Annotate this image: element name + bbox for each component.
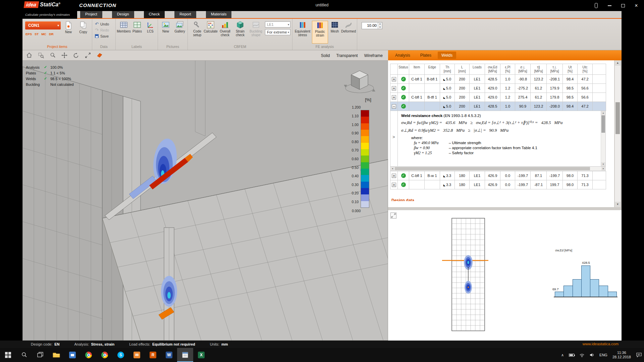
view-mode-transparent[interactable]: Transparent (336, 53, 358, 58)
lcs-labels-button[interactable]: LCS (144, 21, 157, 44)
results-scrollbar[interactable]: ▲ ▼ (615, 60, 621, 207)
expand-row-button[interactable]: + (392, 183, 396, 187)
minimize-button[interactable] (604, 1, 615, 10)
scroll-up-icon[interactable]: ▲ (615, 60, 621, 66)
results-tab-welds[interactable]: Welds (438, 52, 456, 59)
scroll-up-icon[interactable]: ▲ (601, 111, 605, 115)
speaker-icon[interactable] (590, 353, 594, 357)
mesh-button[interactable]: Mesh (329, 21, 341, 44)
save-button[interactable]: Save (95, 34, 109, 39)
extreme-combo[interactable]: For extreme▾ (265, 29, 290, 35)
weld-table-row[interactable]: +✓C-bfl 1B-tfl 1◣5.0200LE1429.01.2275.46… (390, 93, 606, 102)
floppy-app-icon[interactable] (64, 348, 80, 362)
pan-button[interactable] (59, 51, 69, 60)
scrollbar-thumb[interactable] (601, 115, 605, 133)
expand-row-button[interactable]: + (392, 86, 396, 90)
view-mode-solid[interactable]: Solid (321, 53, 330, 58)
action-center-icon[interactable] (636, 352, 642, 358)
expand-drawing-button[interactable] (390, 213, 396, 219)
weld-table-row[interactable]: +✓◣5.0200LE1429.01.2-275.261.2179.998.55… (390, 84, 606, 93)
overall-check-button[interactable]: Overall check (217, 21, 233, 44)
feedback-icon[interactable] (590, 1, 602, 10)
zoom-window-button[interactable] (36, 51, 46, 60)
3d-model-canvas[interactable] (22, 61, 388, 341)
ribbon-tab-check[interactable]: Check (144, 11, 165, 18)
new-project-item-button[interactable]: ✱ New (61, 21, 75, 44)
rotate-button[interactable] (71, 51, 81, 60)
gallery-button[interactable]: Gallery (173, 21, 187, 44)
scroll-right-icon[interactable]: ▸ (601, 167, 605, 171)
zoom-button[interactable] (48, 51, 58, 60)
chrome-icon-2[interactable] (97, 348, 113, 362)
analysis-mode-dr[interactable]: DR (49, 32, 54, 36)
taskbar-search-button[interactable] (16, 348, 32, 362)
deformed-scale-spinner[interactable]: 10.00 ▲ ▼ (362, 22, 382, 29)
scroll-down-icon[interactable]: ▼ (615, 202, 621, 207)
scroll-left-icon[interactable]: ◂ (390, 167, 394, 171)
strain-check-button[interactable]: Strain check (233, 21, 248, 44)
close-button[interactable]: × (631, 1, 642, 10)
analysis-mode-st[interactable]: ST (35, 32, 39, 36)
taskbar-clock[interactable]: 11:36 28.12.2018 (612, 351, 631, 359)
weld-table-row[interactable]: +✓◣3.3180LE1426.90.0-199.7-87.1199.798.0… (390, 180, 606, 189)
undo-button[interactable]: ↶Undo (95, 21, 109, 26)
weld-table-row[interactable]: +✓C-bfl 1B-w 1◣3.3180LE1426.90.0-199.787… (390, 171, 606, 180)
view-mode-wireframe[interactable]: Wireframe (364, 53, 383, 58)
detail-collapse-chevron-icon[interactable]: > (392, 134, 395, 139)
plastic-strain-button[interactable]: Plastic strain (312, 21, 328, 44)
project-item-selector[interactable]: CON1 ▾ (25, 21, 61, 29)
weld-table-row[interactable]: +✓C-bfl 1B-bfl 1◣5.0200LE1428.51.0-90.81… (390, 75, 606, 84)
deformed-button[interactable]: Deformed (341, 21, 356, 44)
spin-up-icon[interactable]: ▲ (378, 22, 382, 26)
code-setup-button[interactable]: Code setup (190, 21, 205, 44)
language-indicator[interactable]: ENG (599, 353, 607, 357)
excel-icon[interactable]: X (193, 348, 209, 362)
maximize-button[interactable] (617, 1, 629, 10)
new-picture-button[interactable]: New (159, 21, 172, 44)
scrollbar-thumb[interactable] (615, 102, 620, 134)
calculate-button[interactable]: Calculate (203, 21, 218, 44)
results-tab-plates[interactable]: Plates (417, 52, 435, 59)
copy-project-item-button[interactable]: Copy (76, 21, 90, 44)
equivalent-stress-button[interactable]: Equivalent stress (294, 21, 311, 44)
scroll-down-icon[interactable]: ▼ (601, 162, 605, 166)
logo-tagline-strip: Calculate yesterday's estimates (22, 11, 77, 19)
start-button[interactable] (0, 348, 16, 362)
hidden-icons-chevron-icon[interactable]: ∧ (561, 353, 564, 357)
word-icon[interactable]: W (161, 348, 177, 362)
ribbon-tab-report[interactable]: Report (174, 11, 196, 18)
mail-app-icon[interactable]: ✉ (129, 348, 145, 362)
expand-row-button[interactable]: − (392, 104, 396, 109)
redo-button[interactable]: ↷Redo (95, 27, 109, 33)
expand-row-button[interactable]: + (392, 174, 396, 178)
ribbon-tab-project[interactable]: Project (80, 11, 102, 18)
file-explorer-icon[interactable] (48, 348, 64, 362)
ribbon-tab-design[interactable]: Design (112, 11, 134, 18)
ribbon-tab-materials[interactable]: Materials (206, 11, 232, 18)
plates-labels-button[interactable]: Plates (130, 21, 144, 44)
load-case-combo[interactable]: LE1▾ (265, 21, 290, 27)
analysis-mode-eps[interactable]: EPS (25, 32, 32, 36)
detail-scrollbar[interactable]: ▲ ▼ (601, 111, 605, 166)
battery-icon[interactable] (569, 354, 574, 357)
skype-icon[interactable]: S (113, 348, 129, 362)
chrome-icon[interactable] (80, 348, 97, 362)
expand-row-button[interactable]: + (392, 95, 396, 100)
idea-statica-taskbar-icon[interactable] (177, 348, 193, 362)
section-view-button[interactable] (95, 51, 105, 60)
wifi-icon[interactable] (579, 353, 585, 357)
table-horizontal-scrollbar[interactable]: ◂ ▸ (390, 167, 606, 171)
spin-down-icon[interactable]: ▼ (378, 26, 382, 29)
results-tab-analysis[interactable]: Analysis (391, 52, 414, 59)
fit-view-button[interactable] (83, 51, 93, 60)
weld-table-row[interactable]: −✓◣5.0200LE1428.51.090.9123.2-208.098.44… (390, 102, 606, 111)
buckling-shape-button[interactable]: Buckling shape (248, 21, 264, 44)
task-view-button[interactable] (32, 348, 48, 362)
r-app-icon[interactable]: R (145, 348, 161, 362)
home-view-button[interactable] (24, 51, 34, 60)
website-link[interactable]: www.ideastatica.com (583, 342, 619, 346)
members-labels-button[interactable]: Members (116, 21, 131, 44)
scrollbar-thumb[interactable] (395, 167, 590, 170)
analysis-mode-mc[interactable]: MC (41, 32, 46, 36)
expand-row-button[interactable]: + (392, 77, 396, 81)
